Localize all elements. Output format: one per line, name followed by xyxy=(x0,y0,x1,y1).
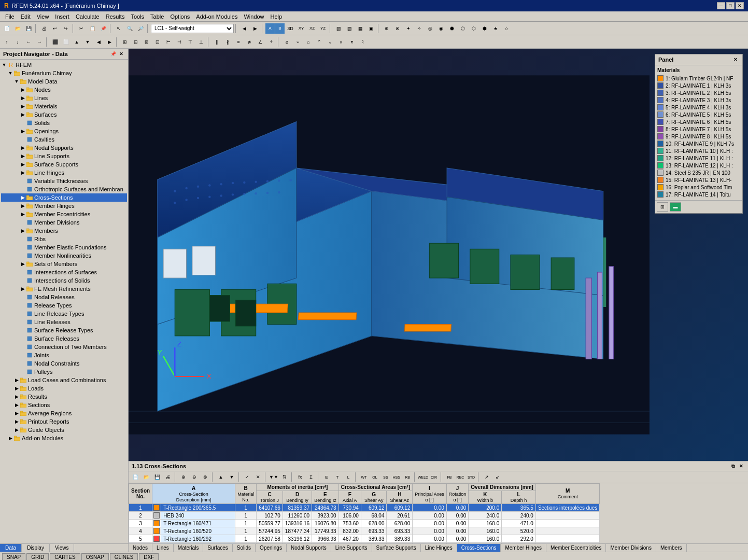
tt-x[interactable]: ✕ xyxy=(253,472,263,482)
tree-item-results[interactable]: ▶Results xyxy=(1,393,127,401)
table-cell[interactable]: 9966.93 xyxy=(312,535,339,543)
tree-expand-icon[interactable]: ▶ xyxy=(20,128,26,134)
table-cell[interactable]: 609.12 xyxy=(361,504,387,512)
table-row[interactable]: 1T-Rectangle 200/365.5164107.6681359.372… xyxy=(129,504,600,512)
tree-expand-icon[interactable]: ▶ xyxy=(13,410,20,416)
tb2-15[interactable]: ⊢ xyxy=(163,37,174,47)
tree-expand-icon[interactable]: ▶ xyxy=(20,87,26,93)
tt-delete[interactable]: ⊖ xyxy=(189,472,200,482)
tree-item-member-elastic-foundations[interactable]: Member Elastic Foundations xyxy=(1,243,127,251)
tree-expand-icon[interactable] xyxy=(20,244,26,250)
tree-expand-icon[interactable]: ▶ xyxy=(20,153,26,159)
table-cell[interactable]: 467.20 xyxy=(338,535,361,543)
tt-save[interactable]: 💾 xyxy=(152,472,162,482)
tb-extra8[interactable]: ⬠ xyxy=(458,23,468,34)
tree-item-cross-sections[interactable]: ▶Cross-Sections xyxy=(1,193,127,202)
tree-expand-icon[interactable]: ▶ xyxy=(13,385,20,391)
tt-export[interactable]: ↗ xyxy=(482,472,492,482)
tb-render1[interactable]: ▨ xyxy=(333,23,344,34)
tree-item-release-types[interactable]: Release Types xyxy=(1,301,127,310)
table-cell[interactable] xyxy=(535,520,600,527)
tb-redo[interactable]: ↪ xyxy=(61,23,71,34)
tree-item-line-hinges[interactable]: ▶Line Hinges xyxy=(1,169,127,177)
tree-item-surface-release-types[interactable]: Surface Release Types xyxy=(1,326,127,334)
tree-item-sets-of-members[interactable]: ▶Sets of Members xyxy=(1,260,127,268)
table-cell[interactable]: 3923.00 xyxy=(312,512,339,520)
menu-view[interactable]: View xyxy=(34,12,52,21)
tree-item-fe-mesh-refinements[interactable]: ▶FE Mesh Refinements xyxy=(1,285,127,293)
table-cell[interactable]: 693.33 xyxy=(387,527,413,535)
tree-expand-icon[interactable] xyxy=(20,344,26,350)
table-cell[interactable]: 628.00 xyxy=(387,520,413,527)
nav-pin-button[interactable]: 📌 xyxy=(109,50,117,58)
table-cell[interactable] xyxy=(535,527,600,535)
status-snap[interactable]: SNAP xyxy=(2,553,25,561)
tb2-19[interactable]: ∥ xyxy=(211,37,222,47)
table-cell[interactable]: T-Rectangle 200/365.5 xyxy=(161,504,235,512)
tree-expand-icon[interactable] xyxy=(20,335,26,342)
tree-item-nodal-constraints[interactable]: Nodal Constraints xyxy=(1,359,127,368)
tt-ol[interactable]: OL xyxy=(370,472,380,482)
table-cell[interactable]: 471.0 xyxy=(502,520,536,527)
tree-item-materials[interactable]: ▶Materials xyxy=(1,102,127,110)
tb-zoom-out[interactable]: 🔎 xyxy=(135,23,146,34)
bottom-tab-line-hinges[interactable]: Line Hinges xyxy=(421,544,457,552)
table-cell[interactable]: T-Rectangle 160/520 xyxy=(161,527,235,535)
panel-footer-btn2[interactable]: ▬ xyxy=(670,202,681,212)
table-cell[interactable]: 0.00 xyxy=(446,504,469,512)
table-cell[interactable]: 389.33 xyxy=(361,535,387,543)
new-button[interactable]: 📄 xyxy=(2,23,12,34)
tree-expand-icon[interactable]: ▶ xyxy=(20,161,26,167)
table-cell[interactable] xyxy=(152,512,161,520)
tt-e[interactable]: E xyxy=(321,472,332,482)
table-cell[interactable]: 609.12 xyxy=(387,504,413,512)
tree-expand-icon[interactable]: ▶ xyxy=(20,261,26,267)
table-cell[interactable]: 0.00 xyxy=(413,512,447,520)
load-case-combo[interactable]: LC1 - Self-weight xyxy=(151,24,234,33)
table-close-button[interactable]: ✕ xyxy=(738,463,745,470)
table-cell[interactable]: 3 xyxy=(129,520,152,527)
tt-print[interactable]: 🖨 xyxy=(163,472,173,482)
tree-item-average-regions[interactable]: ▶Average Regions xyxy=(1,409,127,417)
tree-expand-icon[interactable]: ▼ xyxy=(13,78,20,85)
table-cell[interactable]: 730.94 xyxy=(338,504,361,512)
tree-item-rfem[interactable]: ▼RRFEM xyxy=(1,61,127,69)
th-k[interactable]: KWidth b xyxy=(469,491,502,504)
tree-item-members[interactable]: ▶Members xyxy=(1,227,127,235)
tb-render2[interactable]: ▧ xyxy=(344,23,355,34)
bottom-tab-lines[interactable]: Lines xyxy=(152,544,174,552)
th-c[interactable]: CTorsion J xyxy=(257,491,283,504)
tb-next[interactable]: ▶ xyxy=(250,23,260,34)
table-row[interactable]: 4T-Rectangle 160/520157244.95187477.3417… xyxy=(129,527,600,535)
table-cell[interactable]: 4 xyxy=(129,527,152,535)
nav-tab-display[interactable]: Display xyxy=(22,544,50,552)
tree-expand-icon[interactable] xyxy=(20,327,26,333)
table-row[interactable]: 2HEB 2401102.7011260.003923.00106.0068.0… xyxy=(129,512,600,520)
table-cell[interactable]: 0.00 xyxy=(446,512,469,520)
tree-item-cavities[interactable]: Cavities xyxy=(1,135,127,144)
menu-results[interactable]: Results xyxy=(103,12,128,21)
tb-yz[interactable]: YZ xyxy=(318,23,328,34)
table-float-button[interactable]: ⧉ xyxy=(729,463,737,470)
tb-extra10[interactable]: ⬢ xyxy=(479,23,490,34)
tree-expand-icon[interactable]: ▶ xyxy=(13,394,20,400)
tree-item-sections[interactable]: ▶Sections xyxy=(1,401,127,409)
tree-expand-icon[interactable]: ▶ xyxy=(20,111,26,118)
table-cell[interactable]: 240.0 xyxy=(502,512,536,520)
tree-expand-icon[interactable] xyxy=(20,311,26,317)
tree-expand-icon[interactable] xyxy=(20,186,26,192)
table-cell[interactable]: 160.0 xyxy=(469,527,502,535)
open-button[interactable]: 📂 xyxy=(12,23,23,34)
tt-sum[interactable]: Σ xyxy=(306,472,316,482)
tt-sort[interactable]: ⇅ xyxy=(279,472,290,482)
tb2-18[interactable]: ⊥ xyxy=(196,37,206,47)
status-glines[interactable]: GLINES xyxy=(110,553,138,561)
table-cell[interactable]: 160.0 xyxy=(469,520,502,527)
menu-addon[interactable]: Add-on Modules xyxy=(193,12,241,21)
table-cell[interactable]: 1 xyxy=(235,535,257,543)
tree-expand-icon[interactable]: ▶ xyxy=(20,145,26,151)
tree-item-nodes[interactable]: ▶Nodes xyxy=(1,86,127,94)
table-cell[interactable]: 16076.80 xyxy=(312,520,339,527)
tb2-2[interactable]: ↓ xyxy=(12,37,23,47)
tt-copy[interactable]: ⊗ xyxy=(200,472,210,482)
